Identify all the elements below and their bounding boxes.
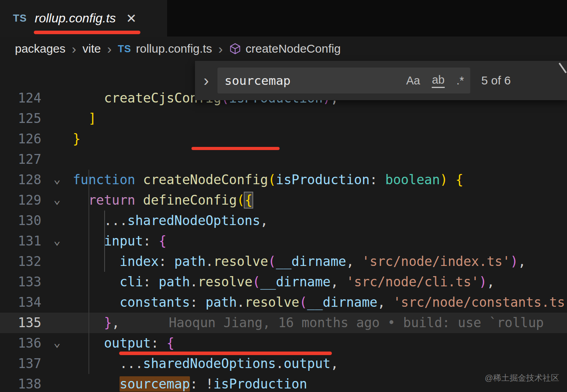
watermark: @稀土掘金技术社区 (485, 372, 559, 383)
code-text: input: { (73, 231, 567, 251)
code-line[interactable]: 133 cli: path.resolve(__dirname, 'src/no… (0, 272, 567, 292)
code-line[interactable]: 132 index: path.resolve(__dirname, 'src/… (0, 251, 567, 272)
code-text: ...sharedNodeOptions.output, (73, 354, 567, 374)
close-icon[interactable]: ✕ (126, 11, 137, 26)
previous-match-arrow-icon[interactable] (559, 63, 567, 73)
code-line[interactable]: 131⌄ input: { (0, 231, 567, 251)
typescript-file-icon: TS (118, 43, 131, 55)
code-line[interactable]: 136⌄ output: { (0, 333, 567, 354)
typescript-file-icon: TS (13, 12, 27, 24)
indent-guide (104, 211, 105, 272)
code-line[interactable]: 125 ] (0, 108, 567, 129)
line-number: 135 (0, 313, 41, 333)
breadcrumb-item-vite[interactable]: vite (83, 42, 101, 55)
code-text: cli: path.resolve(__dirname, 'src/node/c… (73, 272, 567, 292)
fold-chevron-icon[interactable]: ⌄ (41, 190, 73, 211)
code-text (73, 149, 567, 170)
line-number: 133 (0, 272, 41, 292)
breadcrumb: packages › vite › TS rollup.config.ts › … (0, 37, 567, 61)
breadcrumb-item-packages[interactable]: packages (15, 42, 65, 55)
code-line[interactable]: 126} (0, 129, 567, 149)
code-line[interactable]: 138 sourcemap: !isProduction (0, 374, 567, 392)
find-input[interactable]: sourcemap Aa ab .* (217, 68, 470, 93)
code-lines: 124 createCjsConfig(isProduction),125 ]1… (0, 88, 567, 392)
breadcrumb-item-file[interactable]: rollup.config.ts (136, 42, 212, 55)
indent-guide (88, 170, 89, 374)
code-line[interactable]: 129⌄ return defineConfig({ (0, 190, 567, 211)
line-number: 124 (0, 88, 41, 108)
code-line[interactable]: 130 ...sharedNodeOptions, (0, 211, 567, 231)
code-text: function createNodeConfig(isProduction: … (73, 170, 567, 190)
fold-chevron-icon[interactable]: ⌄ (41, 333, 73, 354)
code-text: output: { (73, 333, 567, 354)
find-widget: › sourcemap Aa ab .* 5 of 6 (195, 61, 567, 100)
line-number: 129 (0, 190, 41, 211)
line-number: 132 (0, 251, 41, 272)
fold-spacer (41, 313, 73, 333)
line-number: 138 (0, 374, 41, 392)
breadcrumb-item-symbol[interactable]: createNodeConfig (246, 42, 341, 55)
fold-spacer (41, 251, 73, 272)
fold-chevron-icon[interactable]: ⌄ (41, 170, 73, 190)
fold-spacer (41, 272, 73, 292)
regex-toggle[interactable]: .* (457, 74, 464, 87)
fold-spacer (41, 374, 73, 392)
git-blame-annotation: Haoqun Jiang, 16 months ago • build: use… (120, 315, 544, 330)
fold-spacer (41, 211, 73, 231)
fold-spacer (41, 88, 73, 108)
annotation-underline-sourcemap (119, 352, 332, 355)
line-number: 137 (0, 354, 41, 374)
fold-spacer (41, 129, 73, 149)
code-text: index: path.resolve(__dirname, 'src/node… (73, 251, 567, 272)
find-match-count: 5 of 6 (481, 74, 511, 87)
code-text: ] (73, 108, 567, 129)
chevron-right-icon: › (218, 42, 223, 55)
line-number: 134 (0, 292, 41, 313)
find-collapse-chevron-icon[interactable]: › (195, 73, 217, 88)
code-text: return defineConfig({ (73, 190, 567, 211)
match-case-toggle[interactable]: Aa (406, 74, 420, 87)
code-text: ...sharedNodeOptions, (73, 211, 567, 231)
line-number: 131 (0, 231, 41, 251)
tab-title: rollup.config.ts (35, 11, 116, 26)
chevron-right-icon: › (72, 42, 76, 55)
line-number: 125 (0, 108, 41, 129)
code-text: },Haoqun Jiang, 16 months ago • build: u… (73, 313, 567, 333)
annotation-underline-create-node-config (191, 147, 280, 150)
code-line[interactable]: 135 },Haoqun Jiang, 16 months ago • buil… (0, 313, 567, 333)
line-number: 136 (0, 333, 41, 354)
line-number: 130 (0, 211, 41, 231)
chevron-right-icon: › (107, 42, 111, 55)
code-text: constants: path.resolve(__dirname, 'src/… (73, 292, 567, 313)
whole-word-toggle[interactable]: ab (432, 73, 444, 88)
fold-spacer (41, 292, 73, 313)
line-number: 127 (0, 149, 41, 170)
find-query-text[interactable]: sourcemap (225, 73, 406, 88)
annotation-underline-tab (34, 31, 140, 34)
code-text: } (73, 129, 567, 149)
code-line[interactable]: 128⌄function createNodeConfig(isProducti… (0, 170, 567, 190)
line-number: 126 (0, 129, 41, 149)
code-line[interactable]: 134 constants: path.resolve(__dirname, '… (0, 292, 567, 313)
fold-spacer (41, 149, 73, 170)
fold-chevron-icon[interactable]: ⌄ (41, 231, 73, 251)
fold-spacer (41, 354, 73, 374)
code-line[interactable]: 127 (0, 149, 567, 170)
fold-spacer (41, 108, 73, 129)
line-number: 128 (0, 170, 41, 190)
symbol-cube-icon (229, 43, 241, 55)
code-line[interactable]: 137 ...sharedNodeOptions.output, (0, 354, 567, 374)
